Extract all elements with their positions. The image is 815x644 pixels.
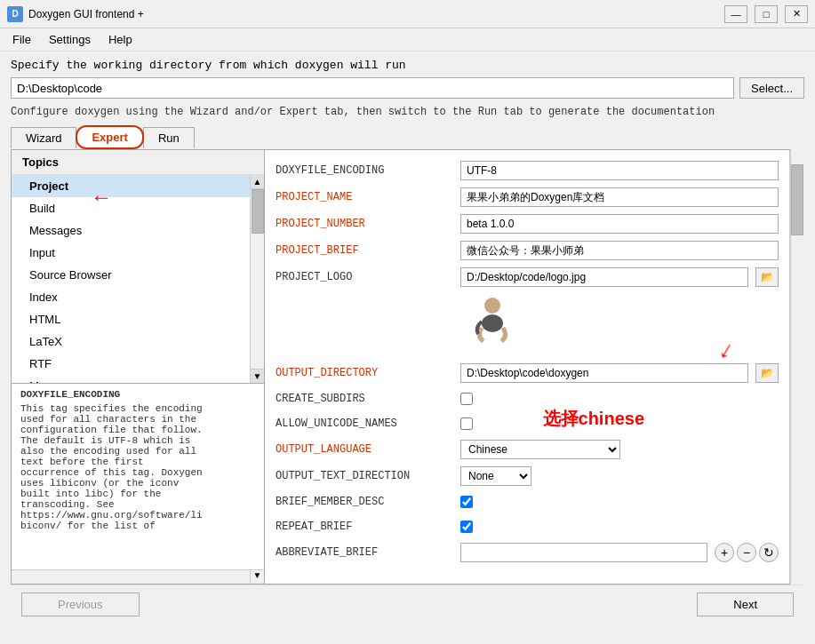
label-output-directory: OUTPUT_DIRECTORY [276, 367, 453, 379]
row-logo-preview [265, 290, 789, 360]
title-bar: D Doxygen GUI frontend + — □ ✕ [0, 0, 815, 28]
check-create-subdirs[interactable] [460, 393, 473, 405]
desc-title: DOXYFILE_ENCODING [20, 389, 255, 400]
svg-point-1 [482, 314, 503, 332]
tab-run[interactable]: Run [143, 127, 195, 148]
check-allow-unicode[interactable] [460, 417, 473, 430]
desc-text: This tag specifies the encoding used for… [20, 403, 255, 531]
row-output-language: OUTPUT_LANGUAGE Chinese English Japanese [265, 436, 789, 463]
menu-bar: File Settings Help [0, 28, 815, 52]
topic-man[interactable]: Man [12, 375, 250, 383]
row-project-name: PROJECT_NAME [265, 184, 789, 211]
label-output-language: OUTPUT_LANGUAGE [276, 443, 453, 456]
tabs-row: Wizard Expert Run [11, 125, 804, 149]
topic-source-browser[interactable]: Source Browser [12, 264, 250, 286]
next-button[interactable]: Next [697, 592, 794, 616]
close-button[interactable]: ✕ [785, 5, 808, 23]
check-brief-member-desc[interactable] [460, 496, 473, 508]
select-dir-button[interactable]: Select... [739, 77, 804, 99]
abbreviate-brief-add-button[interactable]: + [715, 543, 734, 562]
abbreviate-brief-refresh-button[interactable]: ↻ [759, 543, 779, 562]
row-repeat-brief: REPEAT_BRIEF [265, 514, 789, 539]
dir-row: Select... [11, 77, 804, 99]
bottom-buttons: Previous Next [11, 584, 804, 624]
scroll-thumb[interactable] [252, 189, 264, 234]
label-doxyfile-encoding: DOXYFILE_ENCODING [276, 164, 453, 177]
right-scroll-thumb[interactable] [791, 164, 803, 235]
right-panel: DOXYFILE_ENCODING PROJECT_NAME PROJECT_N… [265, 150, 789, 584]
topics-area: Project Build Messages Input Source Brow… [12, 175, 264, 383]
input-output-directory[interactable] [460, 363, 748, 383]
label-abbreviate-brief: ABBREVIATE_BRIEF [276, 546, 453, 559]
scroll-track [251, 189, 264, 369]
label-repeat-brief: REPEAT_BRIEF [276, 521, 453, 533]
minimize-button[interactable]: — [724, 5, 747, 23]
input-project-number[interactable] [460, 214, 779, 234]
topic-input[interactable]: Input [12, 242, 250, 264]
topic-messages[interactable]: Messages [12, 219, 250, 242]
topics-scrollbar: ▲ ▼ [250, 175, 264, 383]
topics-list: Project Build Messages Input Source Brow… [12, 175, 250, 383]
window-title: Doxygen GUI frontend + [28, 8, 724, 20]
topic-html[interactable]: HTML [12, 308, 250, 330]
row-project-number: PROJECT_NUMBER [265, 211, 789, 237]
row-allow-unicode: ALLOW_UNICODE_NAMES [265, 411, 789, 436]
right-scroll-track [790, 164, 803, 569]
input-project-logo[interactable] [460, 267, 748, 287]
browse-output-button[interactable]: 📂 [755, 363, 779, 383]
abbreviate-brief-remove-button[interactable]: − [737, 543, 756, 562]
select-output-language[interactable]: Chinese English Japanese [460, 440, 620, 459]
description-panel: DOXYFILE_ENCODING This tag specifies the… [12, 383, 264, 569]
topic-build[interactable]: Build [12, 197, 250, 219]
label-project-number: PROJECT_NUMBER [276, 218, 453, 230]
topic-rtf[interactable]: RTF [12, 353, 250, 375]
avatar-svg [467, 297, 516, 354]
menu-file[interactable]: File [4, 30, 40, 49]
label-create-subdirs: CREATE_SUBDIRS [276, 393, 453, 405]
row-project-logo: PROJECT_LOGO 📂 [265, 264, 789, 290]
logo-preview [460, 294, 523, 356]
desc-scroll-arrow[interactable]: ▼ [250, 570, 264, 584]
check-repeat-brief[interactable] [460, 521, 473, 533]
abbreviate-brief-buttons: + − ↻ [715, 543, 779, 562]
configure-label: Configure doxygen using the Wizard and/o… [11, 106, 804, 118]
workdir-input[interactable] [11, 77, 734, 99]
window-controls: — □ ✕ [724, 5, 808, 23]
svg-point-0 [484, 298, 500, 314]
tab-wizard[interactable]: Wizard [11, 127, 76, 148]
menu-settings[interactable]: Settings [40, 30, 100, 49]
row-abbreviate-brief: ABBREVIATE_BRIEF + − ↻ [265, 539, 789, 566]
desc-scroll-track [12, 570, 250, 584]
select-text-direction[interactable]: None LTR RTL [460, 466, 531, 486]
menu-help[interactable]: Help [100, 30, 141, 49]
body-area: Topics Project Build Messages Input Sour… [11, 149, 804, 584]
scroll-up-btn[interactable]: ▲ [251, 175, 264, 189]
browse-logo-button[interactable]: 📂 [755, 267, 779, 287]
topics-header: Topics [12, 150, 264, 175]
previous-button[interactable]: Previous [21, 592, 140, 616]
topic-project[interactable]: Project [12, 175, 250, 197]
input-abbreviate-brief[interactable] [460, 543, 707, 562]
row-project-brief: PROJECT_BRIEF [265, 237, 789, 264]
input-doxyfile-encoding[interactable] [460, 161, 779, 180]
workdir-label: Specify the working directory from which… [11, 59, 804, 72]
topics-title: Topics [22, 155, 59, 169]
label-project-brief: PROJECT_BRIEF [276, 244, 453, 257]
label-output-text-direction: OUTPUT_TEXT_DIRECTION [276, 470, 453, 482]
app-icon: D [7, 6, 23, 22]
label-allow-unicode: ALLOW_UNICODE_NAMES [276, 417, 453, 430]
label-project-name: PROJECT_NAME [276, 191, 453, 203]
topic-index[interactable]: Index [12, 286, 250, 308]
row-brief-member-desc: BRIEF_MEMBER_DESC [265, 489, 789, 514]
label-project-logo: PROJECT_LOGO [276, 271, 453, 283]
input-project-name[interactable] [460, 187, 779, 207]
scroll-down-btn[interactable]: ▼ [251, 369, 264, 383]
input-project-brief[interactable] [460, 241, 779, 260]
right-panel-scrollbar: ▲ ▼ [789, 150, 803, 584]
topic-latex[interactable]: LaTeX [12, 330, 250, 353]
maximize-button[interactable]: □ [755, 5, 778, 23]
tab-expert[interactable]: Expert [76, 125, 143, 149]
row-output-directory: OUTPUT_DIRECTORY 📂 [265, 360, 789, 386]
main-content: Specify the working directory from which… [0, 52, 815, 631]
row-create-subdirs: CREATE_SUBDIRS [265, 386, 789, 411]
